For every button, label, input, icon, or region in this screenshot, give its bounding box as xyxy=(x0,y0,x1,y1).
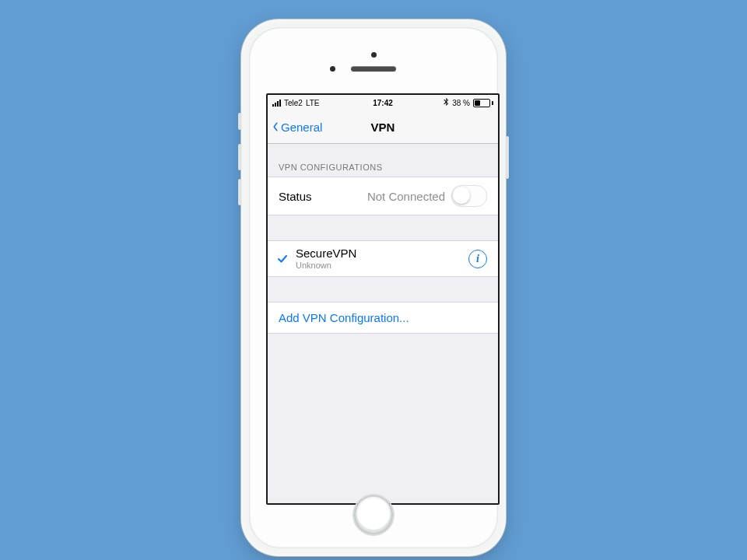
selected-check-icon xyxy=(275,252,289,266)
config-info-button[interactable]: i xyxy=(468,250,487,268)
battery-icon xyxy=(473,99,493,107)
vpn-status-toggle[interactable] xyxy=(451,185,487,207)
nav-bar: General VPN xyxy=(268,110,498,144)
volume-up-button xyxy=(238,144,241,170)
cellular-signal-icon xyxy=(272,100,281,107)
back-label: General xyxy=(281,121,322,134)
status-label: Status xyxy=(279,190,312,203)
phone-body: Tele2 LTE 17:42 38 % xyxy=(241,19,506,556)
home-button[interactable] xyxy=(354,495,393,534)
section-gap-2 xyxy=(268,277,498,302)
add-vpn-configuration-button[interactable]: Add VPN Configuration... xyxy=(268,302,498,334)
vpn-config-row[interactable]: SecureVPN Unknown i xyxy=(268,240,498,277)
mute-switch xyxy=(238,113,241,130)
front-camera xyxy=(371,52,377,58)
status-right: 38 % xyxy=(444,98,493,108)
back-button[interactable]: General xyxy=(271,110,322,143)
stage: Tele2 LTE 17:42 38 % xyxy=(0,0,747,560)
section-gap xyxy=(268,215,498,240)
carrier-label: Tele2 xyxy=(284,99,303,107)
config-name-label: SecureVPN xyxy=(296,247,356,261)
config-subtitle-label: Unknown xyxy=(296,261,356,271)
status-bar: Tele2 LTE 17:42 38 % xyxy=(268,95,498,110)
nav-title: VPN xyxy=(371,121,395,134)
add-vpn-label: Add VPN Configuration... xyxy=(279,311,409,324)
chevron-left-icon xyxy=(271,122,280,131)
earpiece-speaker xyxy=(351,66,396,72)
proximity-sensor xyxy=(330,66,335,72)
battery-percent-label: 38 % xyxy=(452,99,470,107)
info-icon: i xyxy=(476,253,479,265)
power-button xyxy=(506,136,509,179)
section-header-vpn-configs: VPN CONFIGURATIONS xyxy=(268,144,498,177)
bluetooth-icon xyxy=(444,98,449,108)
screen: Tele2 LTE 17:42 38 % xyxy=(266,93,500,505)
status-left: Tele2 LTE xyxy=(272,99,320,107)
toggle-knob xyxy=(453,187,470,204)
status-value: Not Connected xyxy=(367,190,445,203)
volume-down-button xyxy=(238,179,241,205)
phone-bezel: Tele2 LTE 17:42 38 % xyxy=(249,27,498,548)
network-type-label: LTE xyxy=(306,99,320,107)
status-row: Status Not Connected xyxy=(268,177,498,215)
